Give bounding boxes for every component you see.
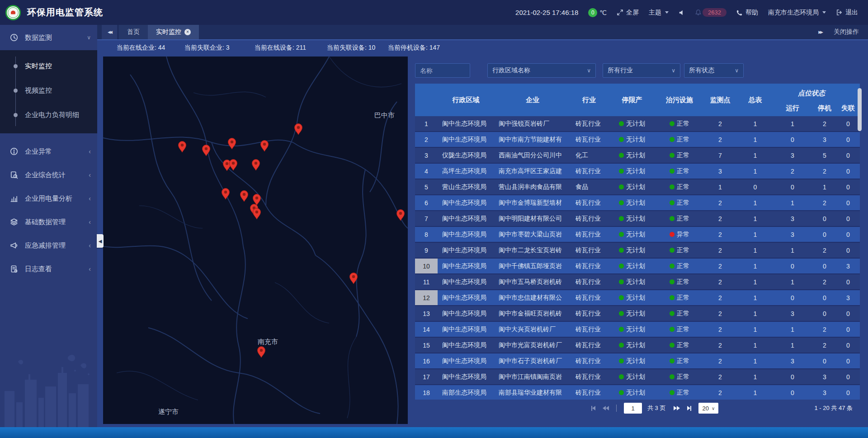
map-pin-icon[interactable]: [241, 191, 248, 202]
table-row[interactable]: 12阆中生态环境局阆中市忠信建材有限公砖瓦行业无计划正常21003: [415, 290, 860, 306]
last-page-button[interactable]: [687, 406, 691, 411]
row-number: 3: [415, 148, 438, 163]
table-row[interactable]: 10阆中生态环境局阆中千佛镇五郎垭页岩砖瓦行业无计划正常21003: [415, 259, 860, 274]
table-row[interactable]: 8阆中生态环境局阆中市枣碧大梁山页岩砖瓦行业无计划异常21300: [415, 227, 860, 243]
cell-plan: 无计划: [607, 290, 657, 305]
prev-page-button[interactable]: [603, 406, 609, 410]
region-filter-select[interactable]: 行政区域名称 ∨: [487, 63, 596, 78]
sidebar-item-power-analysis[interactable]: 企业用电量分析 ‹: [0, 187, 97, 210]
tab-label: 首页: [127, 28, 140, 36]
map-pin-icon[interactable]: [228, 138, 236, 150]
tabs-scroll-left-button[interactable]: ◀◀: [102, 25, 117, 39]
sidebar-item-enterprise-abnormal[interactable]: 企业异常 ‹: [0, 140, 97, 163]
table-row[interactable]: 14阆中生态环境局阆中大兴页岩机砖厂砖瓦行业无计划正常21120: [415, 322, 860, 338]
sidebar-subitem-label: 实时监控: [25, 62, 52, 71]
map-pin-icon[interactable]: [397, 210, 405, 221]
cell-company: 南部县瑞华业建材有限: [494, 385, 571, 400]
mute-button[interactable]: [679, 9, 685, 16]
cell-facility: 正常: [657, 148, 702, 163]
table-row[interactable]: 2阆中生态环境局阆中市南方节能建材有砖瓦行业无计划正常21030: [415, 132, 860, 148]
help-button[interactable]: 帮助: [736, 9, 758, 17]
page-number-input[interactable]: [624, 403, 642, 414]
map-pin-icon[interactable]: [252, 160, 260, 171]
table-row[interactable]: 5营山生态环境局营山县润丰肉食品有限食品无计划正常10010: [415, 179, 860, 195]
fullscreen-button[interactable]: 全屏: [617, 9, 639, 17]
cell-industry: 砖瓦行业: [571, 164, 607, 179]
sidebar-item-base-data[interactable]: 基础数据管理 ‹: [0, 210, 97, 234]
range-label: 1 - 20 共 47 条: [814, 404, 860, 412]
sidebar-item-enterprise-statistics[interactable]: 企业综合统计 ‹: [0, 163, 97, 187]
table-row[interactable]: 13阆中生态环境局阆中市金福旺页岩机砖砖瓦行业无计划正常21300: [415, 306, 860, 322]
cell-facility: 正常: [657, 306, 702, 321]
tab-home[interactable]: 首页: [119, 25, 148, 39]
top-header: 环保用电监管系统 2021-02-25 17:46:18 0 ℃ 全屏 主题 2…: [0, 0, 868, 25]
fullscreen-icon: [617, 9, 623, 16]
pager-divider: [616, 405, 617, 412]
sidebar-item-emergency-reduction[interactable]: 应急减排管理 ‹: [0, 234, 97, 257]
tab-bar: ◀◀ 首页 实时监控 × ▶▶ 关闭操作: [97, 25, 868, 40]
notification-count-badge: 2632: [703, 8, 726, 17]
chevron-left-icon: ‹: [89, 171, 91, 179]
cell-industry: 砖瓦行业: [571, 306, 607, 321]
table-row[interactable]: 7阆中生态环境局阆中明阳建材有限公司砖瓦行业无计划正常21300: [415, 211, 860, 227]
table-row[interactable]: 17阆中生态环境局阆中市江南镇阆南页岩砖瓦行业无计划正常21030: [415, 369, 860, 385]
map-pin-icon[interactable]: [295, 124, 302, 135]
chevron-down-icon: ∨: [587, 67, 591, 74]
status-dot-icon: [670, 327, 675, 332]
map-view[interactable]: 巴中市南充市遂宁市: [103, 57, 408, 424]
table-row[interactable]: 3仪陇生态环境局西南油气田分公司川中化工无计划正常71350: [415, 148, 860, 164]
name-filter-input[interactable]: [415, 63, 470, 78]
theme-dropdown[interactable]: 主题: [649, 9, 669, 17]
table-row[interactable]: 11阆中生态环境局阆中市五马桥页岩机砖砖瓦行业无计划正常21120: [415, 274, 860, 290]
cell-running: 3: [772, 353, 813, 368]
notification-area[interactable]: 2632: [695, 8, 726, 17]
col-plan: 停限产: [607, 96, 657, 104]
close-operations-button[interactable]: 关闭操作: [834, 28, 859, 36]
map-pin-icon[interactable]: [261, 141, 269, 152]
theme-label: 主题: [649, 9, 661, 17]
tab-realtime-monitor[interactable]: 实时监控 ×: [148, 25, 199, 39]
table-row[interactable]: 16阆中生态环境局阆中市石子页岩机砖厂砖瓦行业无计划正常21300: [415, 353, 860, 369]
table-row[interactable]: 9阆中生态环境局阆中市二龙长宝页岩砖砖瓦行业无计划正常21120: [415, 243, 860, 259]
row-number: 15: [415, 338, 438, 353]
cell-meters: 1: [738, 195, 772, 210]
map-pin-icon[interactable]: [179, 141, 186, 153]
table-row[interactable]: 15阆中生态环境局阆中市光富页岩机砖厂砖瓦行业无计划正常21120: [415, 338, 860, 353]
table-row[interactable]: 6阆中生态环境局阆中市金博瑞新型墙材砖瓦行业无计划正常21120: [415, 195, 860, 211]
table-row[interactable]: 18南部生态环境局南部县瑞华业建材有限砖瓦行业无计划正常21030: [415, 385, 860, 400]
map-pin-icon[interactable]: [222, 188, 230, 200]
cell-lost: 0: [836, 179, 860, 194]
cell-stopped: 2: [813, 164, 836, 179]
sidebar-item-log-view[interactable]: 日志查看 ‹: [0, 257, 97, 281]
sidebar-item-realtime-monitor[interactable]: 实时监控: [0, 54, 97, 78]
map-pin-icon[interactable]: [253, 194, 261, 206]
close-icon[interactable]: ×: [184, 29, 191, 35]
sidebar-item-data-monitoring[interactable]: 数据监测 ∨: [0, 25, 97, 50]
page-size-select[interactable]: 20 ∨: [698, 403, 718, 414]
status-dot-icon: [670, 311, 675, 316]
logout-icon: [836, 9, 843, 16]
map-pin-icon[interactable]: [230, 160, 237, 171]
sidebar-item-power-load-detail[interactable]: 企业电力负荷明细: [0, 103, 97, 127]
map-pin-icon[interactable]: [258, 347, 265, 358]
cell-running: 2: [772, 164, 813, 179]
sidebar-collapse-button[interactable]: ◀: [97, 234, 104, 248]
cell-plan: 无计划: [607, 227, 657, 242]
table-scrollbar[interactable]: [858, 88, 862, 131]
org-dropdown[interactable]: 南充市生态环境局: [768, 9, 826, 17]
industry-filter-select[interactable]: 所有行业 ∨: [603, 63, 680, 78]
table-row[interactable]: 4高坪生态环境局南充市高坪区王家店建砖瓦行业无计划正常31220: [415, 164, 860, 179]
map-pin-icon[interactable]: [253, 208, 261, 220]
status-filter-select[interactable]: 所有状态 ∨: [684, 63, 744, 78]
datetime-text: 2021-02-25 17:46:18: [515, 9, 578, 16]
next-page-button[interactable]: [674, 406, 680, 410]
logout-button[interactable]: 退出: [836, 9, 858, 17]
first-page-button[interactable]: [591, 406, 595, 411]
cell-company: 阆中市二龙长宝页岩砖: [494, 243, 571, 258]
map-pin-icon[interactable]: [203, 145, 210, 156]
sidebar-item-video-monitor[interactable]: 视频监控: [0, 78, 97, 103]
chevron-down-icon: [822, 11, 826, 14]
table-row[interactable]: 1阆中生态环境局阆中强锐页岩砖厂砖瓦行业无计划正常21120: [415, 116, 860, 132]
tabs-scroll-right-button[interactable]: ▶▶: [818, 30, 822, 34]
search-input[interactable]: [420, 67, 465, 74]
